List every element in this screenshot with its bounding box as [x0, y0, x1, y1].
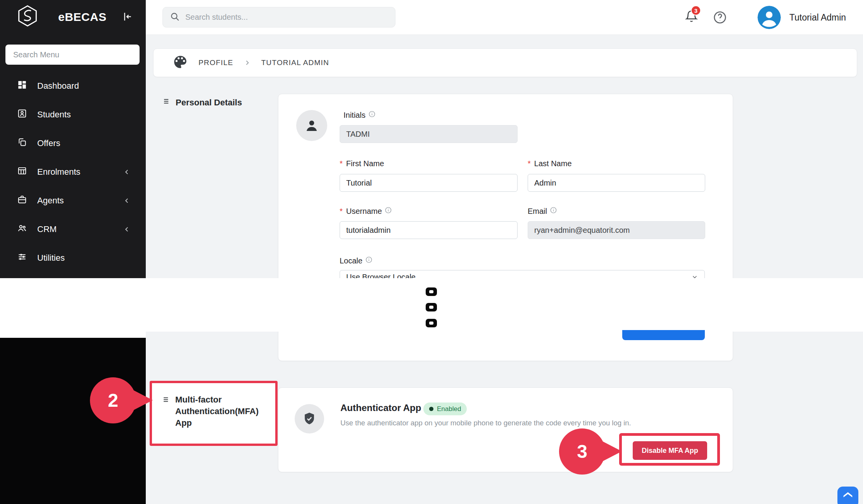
annotation-step-3-balloon: 3 [559, 428, 605, 475]
help-button[interactable] [713, 10, 727, 25]
palette-icon [172, 54, 188, 72]
chevron-left-icon [123, 168, 131, 179]
email-input [528, 221, 705, 239]
status-dot [429, 407, 433, 411]
sidebar-item-agents[interactable]: Agents [0, 186, 146, 215]
students-icon [17, 108, 27, 121]
mfa-title: Authenticator App [340, 403, 421, 413]
list-icon [162, 396, 170, 405]
chat-widget-button[interactable] [837, 487, 858, 504]
dashboard-icon [17, 80, 27, 92]
nav-mfa-label: Multi-factor Authentication(MFA) App [175, 394, 268, 429]
first-name-label: *First Name [340, 159, 384, 168]
sidebar-item-label: Enrolments [37, 167, 80, 177]
student-search-box[interactable] [162, 7, 395, 28]
list-icon [163, 98, 170, 107]
chevron-right-icon [243, 59, 251, 67]
bell-icon [685, 17, 698, 24]
annotation-step-3-highlight [619, 433, 720, 466]
annotation-step-2-balloon: 2 [90, 377, 136, 423]
search-icon [170, 12, 180, 23]
sidebar-search-input[interactable] [5, 45, 140, 65]
cut-ellipsis-dot [426, 303, 437, 311]
info-icon [385, 206, 392, 216]
shield-icon [295, 404, 324, 433]
info-icon [365, 256, 373, 265]
sidebar-item-label: Students [37, 110, 71, 120]
chevron-left-icon [123, 225, 131, 236]
sidebar-item-label: Utilities [37, 253, 65, 263]
brand-title: eBECAS [58, 10, 107, 24]
offers-icon [17, 137, 27, 150]
crm-icon [17, 223, 27, 236]
sidebar-collapse-icon[interactable] [122, 11, 133, 24]
sidebar-lower-block [0, 338, 146, 504]
breadcrumb-current: TUTORIAL ADMIN [261, 58, 329, 67]
app-root: eBECAS Dashboard Students Offers [0, 0, 863, 504]
utilities-icon [17, 252, 27, 264]
locale-label: Locale [340, 256, 373, 265]
ebecas-logo-icon [16, 4, 40, 29]
enrolments-icon [17, 166, 27, 178]
notifications-button[interactable]: 3 [685, 9, 702, 27]
info-icon [368, 110, 376, 120]
notification-badge: 3 [691, 5, 701, 15]
first-name-input[interactable] [340, 174, 518, 192]
cut-ellipsis-dot [426, 287, 437, 296]
nav-personal-details[interactable]: Personal Details [163, 98, 242, 108]
nav-personal-details-label: Personal Details [176, 98, 242, 108]
nav-mfa-app-highlight[interactable]: Multi-factor Authentication(MFA) App [150, 381, 278, 446]
breadcrumb-section[interactable]: PROFILE [198, 58, 233, 67]
agents-icon [17, 194, 27, 207]
last-name-label: *Last Name [528, 159, 572, 168]
sidebar-item-offers[interactable]: Offers [0, 129, 146, 158]
user-avatar[interactable] [758, 6, 781, 29]
sidebar-item-label: Agents [37, 196, 64, 206]
initials-label: Initials [343, 110, 376, 120]
sidebar-item-dashboard[interactable]: Dashboard [0, 72, 146, 100]
cut-ellipsis-dot [426, 319, 437, 327]
email-label: Email [528, 206, 557, 216]
sidebar-item-label: CRM [37, 224, 57, 234]
last-name-input[interactable] [528, 174, 705, 192]
status-badge: Enabled [423, 403, 467, 415]
user-name[interactable]: Tutorial Admin [789, 12, 846, 23]
sidebar-item-enrolments[interactable]: Enrolments [0, 158, 146, 186]
screenshot-cut-band-left [0, 278, 146, 338]
topbar: 3 Tutorial Admin [146, 0, 863, 35]
sidebar: eBECAS Dashboard Students Offers [0, 0, 146, 278]
sidebar-item-label: Offers [37, 138, 60, 148]
sidebar-item-crm[interactable]: CRM [0, 215, 146, 244]
student-search-input[interactable] [185, 13, 371, 22]
username-label: *Username [340, 206, 392, 216]
update-details-button-cutoff[interactable] [622, 330, 705, 340]
sidebar-item-students[interactable]: Students [0, 100, 146, 129]
initials-input [340, 125, 518, 143]
info-icon [550, 206, 557, 216]
chevron-left-icon [123, 196, 131, 207]
breadcrumb: PROFILE TUTORIAL ADMIN [153, 48, 857, 77]
profile-avatar [296, 110, 327, 141]
mfa-description: Use the authenticator app on your mobile… [340, 419, 631, 427]
sidebar-item-label: Dashboard [37, 81, 79, 91]
sidebar-item-utilities[interactable]: Utilities [0, 244, 146, 272]
username-input[interactable] [340, 221, 518, 239]
